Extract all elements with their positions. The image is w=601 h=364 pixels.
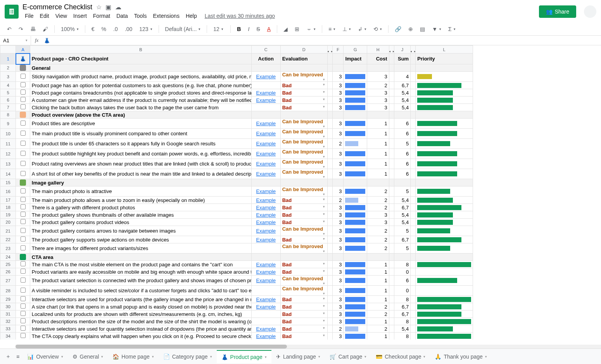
checkpoint-text[interactable]: Product page has an option for potential… — [30, 82, 251, 89]
impact-value[interactable]: 3 — [333, 286, 344, 296]
section-label[interactable]: General — [30, 64, 251, 72]
sum-value[interactable]: 8 — [394, 318, 410, 325]
row-header[interactable]: 27 — [0, 276, 16, 286]
checkbox[interactable] — [16, 219, 30, 226]
cost-value[interactable]: 1 — [367, 268, 389, 276]
bold-icon[interactable]: B — [235, 24, 243, 34]
cell[interactable] — [327, 311, 332, 318]
row-header[interactable]: 3 — [0, 72, 16, 82]
cell[interactable] — [411, 89, 416, 97]
checkpoint-text[interactable]: The product title is under 65 characters… — [30, 139, 251, 149]
cell[interactable] — [280, 111, 327, 119]
evaluation-cell[interactable]: Bad▾ — [280, 82, 327, 89]
row-header[interactable]: 13 — [0, 159, 16, 169]
hdr-cost[interactable]: Cost — [367, 53, 389, 64]
impact-value[interactable]: 3 — [333, 149, 344, 159]
example-link[interactable]: Example — [251, 159, 280, 169]
checkpoint-text[interactable]: Product variants are easily accessible o… — [30, 268, 251, 276]
cell[interactable] — [327, 325, 332, 333]
cell[interactable] — [327, 97, 332, 104]
checkbox[interactable] — [16, 72, 30, 82]
cell[interactable] — [411, 261, 416, 268]
decrease-decimal-icon[interactable]: .0 — [111, 24, 120, 34]
menu-data[interactable]: Data — [114, 12, 130, 20]
evaluation-cell[interactable]: Can be Improved▾ — [280, 72, 327, 82]
strike-icon[interactable]: S — [254, 24, 262, 34]
checkpoint-text[interactable]: The main product title is visually promi… — [30, 129, 251, 139]
cell[interactable] — [327, 204, 332, 211]
cell[interactable] — [389, 226, 394, 236]
cost-value[interactable]: 2 — [367, 303, 389, 311]
cost-value[interactable]: 1 — [367, 286, 389, 296]
cell[interactable] — [411, 236, 416, 243]
page-title[interactable]: Product page - CRO Checkpoint — [30, 53, 251, 64]
row-header[interactable]: 9 — [0, 119, 16, 129]
cell[interactable] — [411, 211, 416, 219]
impact-value[interactable]: 3 — [333, 82, 344, 89]
sum-value[interactable]: 5 — [394, 139, 410, 149]
rotate-icon[interactable]: ⟲ — [371, 24, 384, 34]
cell[interactable] — [327, 82, 332, 89]
checkbox[interactable] — [16, 243, 30, 254]
checkpoint-text[interactable]: Product rating overviews are shown near … — [30, 159, 251, 169]
impact-value[interactable]: 3 — [333, 129, 344, 139]
cell[interactable] — [389, 104, 394, 111]
sum-value[interactable]: 5 — [394, 226, 410, 236]
col-header-E[interactable] — [327, 46, 332, 53]
cost-value[interactable]: 2 — [367, 197, 389, 204]
evaluation-cell[interactable]: Can be Improved▾ — [280, 129, 327, 139]
cost-value[interactable]: 2 — [367, 311, 389, 318]
row-header[interactable]: 26 — [0, 268, 16, 276]
cell[interactable] — [389, 286, 394, 296]
checkbox[interactable] — [16, 82, 30, 89]
cell[interactable] — [411, 111, 416, 119]
example-link[interactable]: Example — [251, 333, 280, 340]
cell[interactable] — [411, 311, 416, 318]
cell[interactable] — [411, 204, 416, 211]
checkbox[interactable] — [16, 226, 30, 236]
cell[interactable] — [327, 236, 332, 243]
example-link[interactable]: Example — [251, 139, 280, 149]
checkbox[interactable] — [16, 236, 30, 243]
checkbox[interactable] — [16, 296, 30, 303]
cell[interactable] — [251, 64, 280, 72]
hdr-priority[interactable]: Priority — [416, 53, 473, 64]
cell[interactable] — [327, 219, 332, 226]
cell[interactable] — [389, 179, 394, 186]
example-link[interactable]: Example — [251, 219, 280, 226]
cell[interactable] — [411, 72, 416, 82]
cell[interactable] — [411, 243, 416, 254]
cost-value[interactable]: 2 — [367, 236, 389, 243]
evaluation-cell[interactable]: Bad▾ — [280, 204, 327, 211]
example-link[interactable]: Example — [251, 72, 280, 82]
checkpoint-text[interactable]: Product descriptions mention the size of… — [30, 318, 251, 325]
functions-icon[interactable]: Σ — [446, 24, 458, 34]
cell[interactable] — [327, 318, 332, 325]
evaluation-cell[interactable]: Can be Improved▾ — [280, 226, 327, 236]
checkpoint-text[interactable]: The product variant selection is connect… — [30, 276, 251, 286]
sum-value[interactable]: 8 — [394, 333, 410, 340]
example-link[interactable]: Example — [251, 303, 280, 311]
cost-value[interactable]: 2 — [367, 204, 389, 211]
cell[interactable] — [411, 82, 416, 89]
cell[interactable] — [411, 169, 416, 179]
cell[interactable] — [411, 159, 416, 169]
sum-value[interactable]: 6 — [394, 149, 410, 159]
example-link[interactable]: Example — [251, 204, 280, 211]
cell[interactable] — [389, 64, 394, 72]
checkpoint-text[interactable]: The main CTA is the most visible element… — [30, 261, 251, 268]
cell[interactable] — [411, 97, 416, 104]
impact-value[interactable]: 3 — [333, 119, 344, 129]
sum-value[interactable]: 6 — [394, 276, 410, 286]
evaluation-cell[interactable]: Bad▾ — [280, 325, 327, 333]
cloud-icon[interactable]: ☁ — [115, 3, 121, 11]
title-icon[interactable]: 👗 — [16, 53, 30, 64]
row-header[interactable]: 10 — [0, 129, 16, 139]
row-header[interactable]: 17 — [0, 197, 16, 204]
cost-value[interactable]: 3 — [367, 89, 389, 97]
checkbox[interactable] — [16, 139, 30, 149]
cell[interactable] — [327, 296, 332, 303]
cell[interactable] — [327, 303, 332, 311]
example-link[interactable]: Example — [251, 268, 280, 276]
cell[interactable] — [389, 72, 394, 82]
